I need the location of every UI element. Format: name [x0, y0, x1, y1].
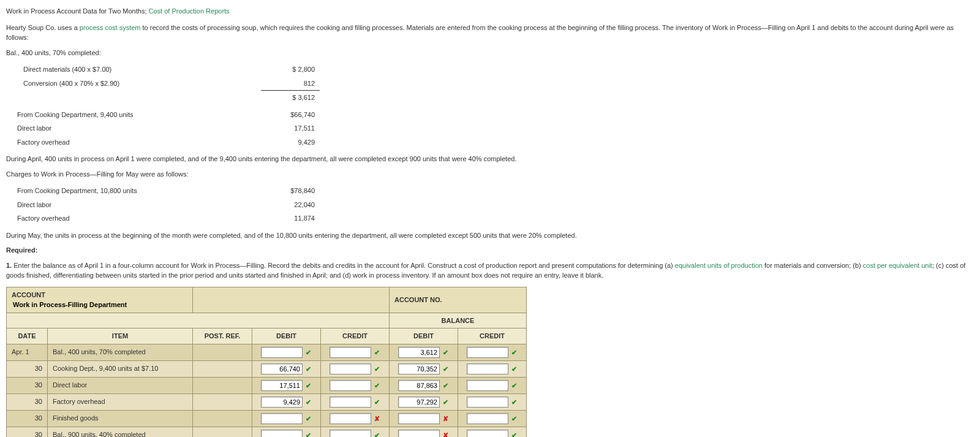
cross-icon: ✘: [442, 430, 449, 438]
check-icon: ✔: [304, 414, 312, 424]
item-cell: Finished goods: [48, 410, 193, 427]
balance-debit-input[interactable]: [398, 397, 440, 408]
balance-credit-input[interactable]: [467, 430, 508, 438]
title-text: Work in Process Account Data for Two Mon…: [6, 7, 149, 15]
debit-input[interactable]: [261, 397, 303, 408]
may-dl-label: Direct labor: [12, 198, 261, 212]
subtotal-amount: $ 3,612: [261, 91, 320, 105]
debit-input[interactable]: [261, 380, 303, 391]
check-icon: ✔: [510, 348, 518, 358]
title-term-link[interactable]: Cost of Production Reports: [149, 7, 230, 15]
credit-input[interactable]: [330, 347, 371, 358]
check-icon: ✔: [304, 397, 312, 408]
check-icon: ✔: [510, 414, 518, 424]
item-cell: Bal., 400 units, 70% completed: [48, 344, 193, 360]
check-icon: ✔: [373, 348, 380, 358]
credit-input[interactable]: [330, 380, 371, 391]
required-label: Required:: [6, 246, 37, 254]
postref-cell: [193, 360, 252, 377]
date-cell: 30: [7, 427, 48, 437]
process-cost-system-link[interactable]: process cost system: [80, 24, 141, 31]
table-row: 30Direct labor✔✔✔✔: [7, 377, 527, 393]
check-icon: ✔: [373, 381, 380, 391]
intro-text-1: Hearty Soup Co. uses a: [6, 24, 80, 31]
equivalent-units-link[interactable]: equivalent units of production: [675, 262, 763, 269]
page-title: Work in Process Account Data for Two Mon…: [6, 6, 974, 17]
credit-input[interactable]: [330, 397, 371, 408]
col-debit: DEBIT: [252, 329, 321, 344]
req-number: 1.: [6, 262, 12, 269]
debit-input[interactable]: [261, 413, 303, 424]
check-icon: ✔: [442, 348, 449, 358]
postref-cell: [193, 410, 252, 427]
balance-credit-input[interactable]: [467, 413, 508, 424]
check-icon: ✔: [373, 364, 380, 374]
april-completion-text: During April, 400 units in process on Ap…: [6, 154, 974, 164]
item-cell: Bal., 900 units, 40% completed: [48, 427, 193, 437]
balance-debit-input[interactable]: [398, 347, 440, 358]
balance-credit-input[interactable]: [467, 397, 508, 408]
debit-input[interactable]: [261, 347, 303, 358]
balance-credit-input[interactable]: [467, 380, 508, 391]
may-cooking-label: From Cooking Department, 10,800 units: [12, 184, 261, 198]
col-date: DATE: [7, 329, 48, 344]
four-column-account: ACCOUNT ACCOUNT NO. BALANCE DATE ITEM PO…: [6, 287, 527, 438]
col-postref: POST. REF.: [193, 329, 252, 344]
balance-debit-input[interactable]: [398, 413, 440, 424]
table-row: 30Finished goods✔✘✘✔: [7, 410, 527, 427]
april-debits-table: From Cooking Department, 9,400 units$66,…: [12, 108, 320, 150]
date-cell: 30: [7, 410, 48, 427]
check-icon: ✔: [510, 430, 518, 438]
item-cell: Factory overhead: [48, 393, 193, 410]
balance-debit-input[interactable]: [398, 430, 440, 438]
dm-label: Direct materials (400 x $7.00): [18, 63, 261, 77]
date-cell: 30: [7, 393, 48, 410]
conv-label: Conversion (400 x 70% x $2.90): [18, 77, 261, 91]
check-icon: ✔: [442, 364, 449, 374]
account-no-label: ACCOUNT NO.: [390, 287, 527, 313]
debit-input[interactable]: [261, 363, 303, 374]
may-foh-label: Factory overhead: [12, 211, 261, 226]
conv-amount: 812: [261, 77, 320, 91]
intro-paragraph: Hearty Soup Co. uses a process cost syst…: [6, 23, 974, 43]
may-dl-amount: 22,040: [261, 198, 320, 212]
cross-icon: ✘: [373, 414, 380, 424]
dm-amount: $ 2,800: [261, 63, 320, 77]
may-foh-amount: 11,874: [261, 211, 320, 226]
balance-debit-input[interactable]: [398, 380, 440, 391]
check-icon: ✔: [442, 397, 449, 408]
intro-text-2: to record the costs of processing soup, …: [6, 24, 954, 42]
check-icon: ✔: [510, 397, 518, 408]
col-bal-credit: CREDIT: [458, 329, 527, 344]
table-row: 30Cooking Dept., 9,400 units at $7.10✔✔✔…: [7, 360, 527, 377]
table-row: 30Bal., 900 units, 40% completed✔✔✘✔: [7, 427, 527, 437]
beginning-balance-table: Direct materials (400 x $7.00)$ 2,800 Co…: [18, 63, 320, 105]
table-row: Apr. 1Bal., 400 units, 70% completed✔✔✔✔: [7, 344, 527, 360]
date-cell: Apr. 1: [7, 344, 48, 360]
dl-amount: 17,511: [261, 121, 320, 135]
account-label-cell: ACCOUNT: [7, 287, 193, 313]
cooking-label: From Cooking Department, 9,400 units: [12, 108, 261, 122]
balance-credit-input[interactable]: [467, 347, 508, 358]
cost-per-unit-link[interactable]: cost per equivalent unit: [863, 262, 932, 269]
cross-icon: ✘: [442, 414, 449, 424]
postref-cell: [193, 427, 252, 437]
credit-input[interactable]: [330, 363, 371, 374]
check-icon: ✔: [304, 348, 312, 358]
credit-input[interactable]: [330, 430, 371, 438]
check-icon: ✔: [373, 397, 380, 408]
check-icon: ✔: [373, 430, 380, 438]
requirement-1: 1. Enter the balance as of April 1 in a …: [6, 260, 974, 281]
balance-credit-input[interactable]: [467, 363, 508, 374]
debit-input[interactable]: [261, 430, 303, 438]
cooking-amount: $66,740: [261, 108, 320, 122]
account-name-input[interactable]: [12, 300, 161, 309]
req-text-1: Enter the balance as of April 1 in a fou…: [12, 262, 675, 269]
check-icon: ✔: [510, 381, 518, 391]
check-icon: ✔: [304, 430, 312, 438]
may-cooking-amount: $78,840: [261, 184, 320, 198]
check-icon: ✔: [510, 364, 518, 374]
credit-input[interactable]: [330, 413, 371, 424]
postref-cell: [193, 344, 252, 360]
balance-debit-input[interactable]: [398, 363, 440, 374]
